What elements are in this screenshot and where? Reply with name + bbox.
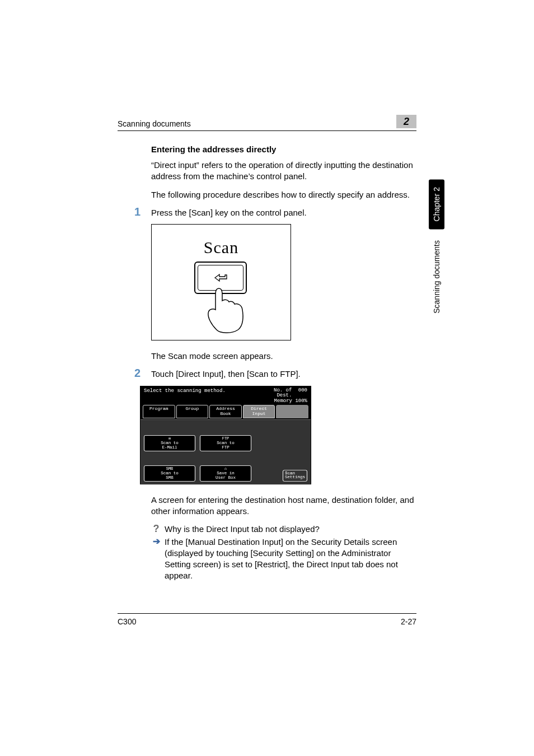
btn-scan-to-ftp[interactable]: FTP Scan to FTP — [200, 435, 251, 451]
side-tab: Chapter 2 Scanning documents — [429, 179, 444, 317]
intro-paragraph-2: The following procedure describes how to… — [151, 189, 418, 200]
btn-scan-to-email[interactable]: ✉ Scan to E-Mail — [144, 435, 195, 451]
tab-address-book[interactable]: Address Book — [209, 405, 242, 418]
screen-tabs: Program Group Address Book Direct Input — [140, 405, 311, 420]
btn-scan-settings[interactable]: Scan Settings — [283, 470, 307, 482]
content-column: Entering the addresses directly “Direct … — [151, 144, 418, 589]
running-header-text: Scanning documents — [118, 119, 191, 128]
btn-scan-to-smb[interactable]: SMB Scan to SMB — [144, 465, 195, 482]
answer-arrow-icon: ➔ — [151, 536, 161, 582]
chapter-number-badge: 2 — [396, 115, 416, 128]
screen-status: No. of Dest. 000 Memory 100% — [274, 388, 307, 405]
running-header: Scanning documents 2 — [118, 115, 416, 131]
tab-program[interactable]: Program — [143, 405, 175, 418]
intro-paragraph-1: “Direct input” refers to the operation o… — [151, 160, 418, 183]
tab-blank — [276, 405, 308, 418]
tab-group[interactable]: Group — [176, 405, 209, 418]
footer-page: 2-27 — [401, 617, 416, 626]
step-1: 1 Press the [Scan] key on the control pa… — [151, 207, 418, 362]
btn-scan-to-email-label: Scan to E-Mail — [145, 441, 194, 450]
section-title: Entering the addresses directly — [151, 144, 418, 154]
side-section-label: Scanning documents — [432, 237, 441, 317]
finger-press-icon — [203, 285, 248, 338]
step-2-result: A screen for entering the destination ho… — [151, 494, 418, 517]
screen-body: ✉ Scan to E-Mail FTP Scan to FTP SMB Sca… — [140, 420, 311, 484]
scan-return-icon — [213, 273, 228, 283]
step-1-text: Press the [Scan] key on the control pane… — [151, 207, 418, 218]
qa-answer: If the [Manual Destination Input] on the… — [165, 536, 418, 582]
house-icon: ⌂ — [201, 467, 250, 471]
step-1-number: 1 — [134, 206, 140, 218]
dest-value: 000 — [298, 388, 307, 393]
email-icon: ✉ — [145, 437, 194, 441]
ftp-icon: FTP — [201, 437, 250, 441]
side-chapter-label: Chapter 2 — [429, 179, 444, 229]
btn-save-user-box-label: Save in User Box — [201, 472, 250, 480]
page: Scanning documents 2 Chapter 2 Scanning … — [0, 0, 534, 756]
qa-block: ? Why is the Direct Input tab not displa… — [151, 524, 418, 581]
screen-prompt: Select the scanning method. — [144, 388, 226, 405]
figure-touch-screen: Select the scanning method. No. of Dest.… — [140, 386, 311, 484]
tab-direct-input[interactable]: Direct Input — [243, 405, 275, 418]
step-2-number: 2 — [134, 367, 140, 380]
qa-question: Why is the Direct Input tab not displaye… — [165, 524, 320, 535]
screen-header: Select the scanning method. No. of Dest.… — [140, 386, 311, 405]
step-1-result: The Scan mode screen appears. — [151, 351, 418, 362]
page-footer: C300 2-27 — [118, 613, 416, 626]
btn-scan-to-smb-label: Scan to SMB — [145, 472, 194, 480]
question-mark-icon: ? — [151, 524, 161, 535]
step-2-text: Touch [Direct Input], then [Scan to FTP]… — [151, 368, 418, 380]
dest-label: No. of Dest. — [274, 388, 292, 399]
figure-scan-key: Scan — [151, 224, 291, 340]
scan-key-label: Scan — [152, 238, 291, 257]
step-2: 2 Touch [Direct Input], then [Scan to FT… — [151, 368, 418, 581]
memory-status: Memory 100% — [274, 398, 307, 404]
smb-icon: SMB — [145, 467, 194, 471]
btn-save-user-box[interactable]: ⌂ Save in User Box — [200, 465, 251, 482]
btn-scan-to-ftp-label: Scan to FTP — [201, 441, 250, 450]
footer-model: C300 — [118, 617, 136, 626]
